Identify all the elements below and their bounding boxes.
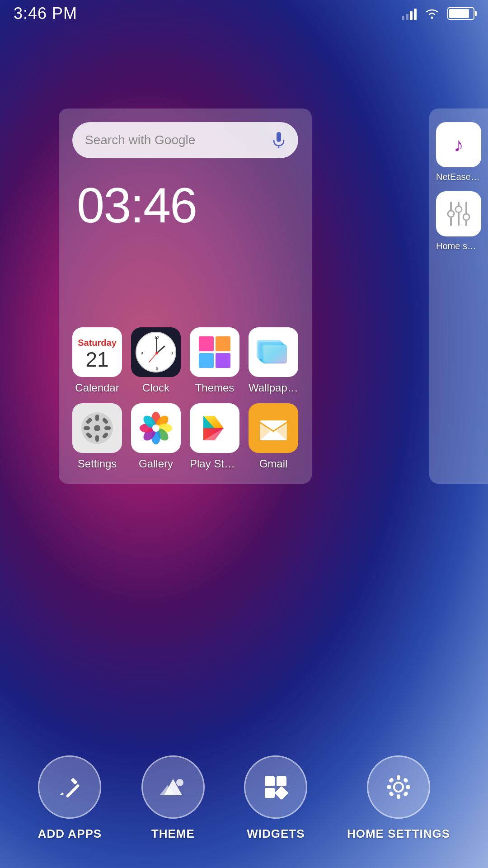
svg-rect-19 [95, 415, 99, 421]
app-item-playstore[interactable]: Play Store [190, 403, 239, 470]
app-item-gallery[interactable]: Gallery [131, 403, 181, 470]
add-apps-button[interactable]: ADD APPS [38, 755, 102, 841]
svg-text:6: 6 [155, 366, 158, 371]
svg-point-0 [431, 17, 433, 19]
svg-text:♪: ♪ [454, 133, 464, 156]
widgets-icon [244, 755, 307, 819]
svg-text:9: 9 [141, 351, 143, 355]
calendar-icon: Saturday 21 [72, 327, 122, 377]
svg-rect-66 [406, 785, 410, 789]
cal-date: 21 [85, 349, 108, 370]
svg-rect-20 [95, 435, 99, 442]
wifi-icon [424, 7, 440, 20]
home-panel: Search with Google 03:46 Saturday 21 Cal… [59, 108, 312, 484]
clock-label: Clock [142, 382, 169, 394]
app-item-wallpapers[interactable]: Wallpapers [249, 327, 298, 394]
widgets-button[interactable]: WIDGETS [244, 755, 307, 841]
svg-text:3: 3 [170, 351, 173, 355]
homesettings-label: Home setti... [436, 241, 481, 251]
svg-rect-67 [389, 778, 394, 783]
search-bar[interactable]: Search with Google [72, 122, 298, 158]
wallpapers-label: Wallpapers [249, 382, 298, 394]
svg-rect-58 [265, 776, 275, 786]
svg-point-49 [448, 211, 454, 217]
app-item-themes[interactable]: Themes [190, 327, 239, 394]
wallpapers-icon [249, 327, 298, 377]
netease-icon: ♪ [436, 122, 481, 167]
svg-rect-64 [397, 794, 400, 799]
app-item-netease[interactable]: ♪ NetEase M... [436, 122, 481, 182]
mic-icon[interactable] [272, 132, 286, 148]
signal-icon [402, 7, 417, 20]
svg-rect-21 [84, 426, 90, 430]
homesettings-icon [436, 191, 481, 236]
widgets-label: WIDGETS [247, 827, 305, 841]
app-item-gmail[interactable]: Gmail [249, 403, 298, 470]
cal-day: Saturday [72, 335, 122, 349]
svg-point-28 [94, 425, 100, 431]
home-settings-icon [367, 755, 430, 819]
svg-line-10 [149, 353, 157, 362]
gallery-label: Gallery [139, 458, 173, 470]
svg-rect-70 [403, 791, 409, 797]
svg-rect-54 [71, 778, 78, 785]
status-icons [402, 7, 474, 20]
svg-rect-60 [277, 776, 286, 786]
clock-face: 12 3 6 9 [136, 332, 176, 373]
status-time: 3:46 PM [14, 4, 77, 23]
calendar-label: Calendar [75, 382, 119, 394]
svg-rect-61 [275, 786, 289, 800]
svg-rect-69 [389, 791, 394, 797]
playstore-icon [190, 403, 239, 453]
app-item-clock[interactable]: 12 3 6 9 Clock [131, 327, 181, 394]
svg-rect-1 [277, 132, 281, 142]
app-grid: Saturday 21 Calendar 12 3 6 9 [72, 327, 298, 470]
bottom-bar: ADD APPS THEME WIDGETS [0, 755, 488, 841]
battery-icon [447, 7, 474, 20]
svg-rect-63 [397, 775, 400, 780]
svg-line-8 [157, 346, 164, 353]
add-apps-icon [38, 755, 101, 819]
svg-rect-22 [104, 426, 111, 430]
svg-rect-59 [265, 788, 275, 798]
theme-icon [141, 755, 205, 819]
themes-icon [190, 327, 239, 377]
app-item-settings[interactable]: Settings [72, 403, 122, 470]
right-panel: ♪ NetEase M... Home setti... [429, 108, 488, 484]
gmail-label: Gmail [259, 458, 288, 470]
svg-rect-65 [387, 785, 391, 789]
svg-point-11 [155, 352, 158, 354]
theme-label: THEME [151, 827, 195, 841]
svg-rect-52 [66, 784, 80, 798]
search-text: Search with Google [85, 133, 265, 147]
svg-marker-42 [203, 428, 224, 440]
app-item-calendar[interactable]: Saturday 21 Calendar [72, 327, 122, 394]
svg-point-62 [394, 783, 403, 792]
netease-label: NetEase M... [436, 172, 481, 182]
themes-label: Themes [195, 382, 235, 394]
svg-rect-16 [263, 345, 287, 363]
gmail-icon [249, 403, 298, 453]
svg-line-9 [156, 337, 157, 353]
svg-point-57 [176, 779, 183, 786]
svg-marker-53 [60, 793, 64, 795]
playstore-label: Play Store [190, 458, 239, 470]
app-item-homesettings[interactable]: Home setti... [436, 191, 481, 251]
settings-icon [72, 403, 122, 453]
gallery-icon [131, 403, 181, 453]
svg-point-38 [152, 425, 160, 432]
home-settings-label: HOME SETTINGS [347, 827, 450, 841]
clock-widget: 03:46 [72, 176, 298, 234]
theme-button[interactable]: THEME [141, 755, 205, 841]
svg-point-51 [463, 214, 469, 220]
settings-label: Settings [78, 458, 117, 470]
home-settings-button[interactable]: HOME SETTINGS [347, 755, 450, 841]
add-apps-label: ADD APPS [38, 827, 102, 841]
status-bar: 3:46 PM [0, 0, 488, 27]
svg-point-50 [455, 206, 462, 212]
svg-rect-68 [403, 778, 409, 783]
clock-icon: 12 3 6 9 [131, 327, 181, 377]
